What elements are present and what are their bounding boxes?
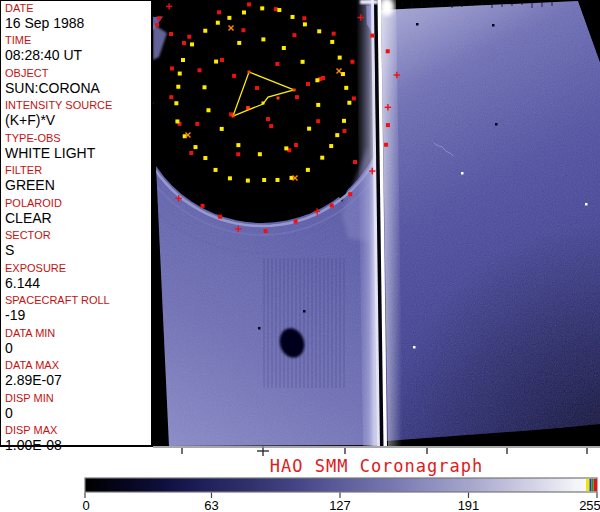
field-label: SECTOR — [5, 230, 151, 241]
field-type-obs: TYPE-OBSWHITE LIGHT — [5, 133, 151, 161]
coronagraph-viewer-window: DATE16 Sep 1988 TIME08:28:40 UT OBJECTSU… — [0, 0, 600, 512]
field-value: 6.144 — [5, 276, 151, 291]
field-value: 08:28:40 UT — [5, 48, 151, 63]
field-filter: FILTERGREEN — [5, 165, 151, 193]
image-title: HAO SMM Coronagraph — [153, 456, 600, 476]
colorbar-stripe — [586, 479, 590, 491]
pylon-streak — [356, 0, 403, 446]
field-polaroid: POLAROIDCLEAR — [5, 198, 151, 226]
field-spacecraft-roll: SPACECRAFT ROLL-19 — [5, 295, 151, 323]
colorbar-stripe — [594, 479, 598, 491]
field-date: DATE16 Sep 1988 — [5, 3, 151, 31]
field-value: GREEN — [5, 178, 151, 193]
field-disp-min: DISP MIN0 — [5, 393, 151, 421]
field-label: DATA MIN — [5, 328, 151, 339]
field-intensity-source: INTENSITY SOURCE(K+F)*V — [5, 100, 151, 128]
field-sector: SECTORS — [5, 230, 151, 258]
colorbar-tick-label: 127 — [329, 498, 351, 512]
field-label: DISP MIN — [5, 393, 151, 404]
colorbar-stripe — [592, 479, 594, 491]
field-value: WHITE LIGHT — [5, 146, 151, 161]
field-value: CLEAR — [5, 211, 151, 226]
colorbar: 063127191255 — [82, 478, 600, 512]
field-value: 0 — [5, 341, 151, 356]
colorbar-gradient — [85, 478, 597, 492]
field-label: DATA MAX — [5, 360, 151, 371]
field-value: 2.89E-07 — [5, 373, 151, 388]
metadata-sidebar: DATE16 Sep 1988 TIME08:28:40 UT OBJECTSU… — [0, 0, 153, 447]
colorbar-tick-label: 255 — [579, 498, 600, 512]
field-data-min: DATA MIN0 — [5, 328, 151, 356]
field-value: SUN:CORONA — [5, 81, 151, 96]
field-value: 16 Sep 1988 — [5, 16, 151, 31]
field-disp-max: DISP MAX1.00E-08 — [5, 425, 151, 453]
field-label: OBJECT — [5, 68, 151, 79]
image-canvas: 063127191255 — [82, 0, 600, 512]
field-time: TIME08:28:40 UT — [5, 35, 151, 63]
field-label: EXPOSURE — [5, 263, 151, 274]
field-value: 0 — [5, 406, 151, 421]
colorbar-stripe — [590, 479, 592, 491]
field-label: DATE — [5, 3, 151, 14]
colorbar-tick-label: 63 — [204, 498, 218, 512]
field-label: INTENSITY SOURCE — [5, 100, 151, 111]
field-label: POLAROID — [5, 198, 151, 209]
field-value: -19 — [5, 308, 151, 323]
field-label: TYPE-OBS — [5, 133, 151, 144]
colorbar-tick-label: 0 — [82, 498, 89, 512]
field-object: OBJECTSUN:CORONA — [5, 68, 151, 96]
field-value: S — [5, 243, 151, 258]
field-label: SPACECRAFT ROLL — [5, 295, 151, 306]
field-label: TIME — [5, 35, 151, 46]
field-value: (K+F)*V — [5, 113, 151, 128]
field-label: DISP MAX — [5, 425, 151, 436]
field-data-max: DATA MAX2.89E-07 — [5, 360, 151, 388]
field-label: FILTER — [5, 165, 151, 176]
colorbar-tick-label: 191 — [458, 498, 480, 512]
field-exposure: EXPOSURE6.144 — [5, 263, 151, 291]
field-value: 1.00E-08 — [5, 438, 151, 453]
